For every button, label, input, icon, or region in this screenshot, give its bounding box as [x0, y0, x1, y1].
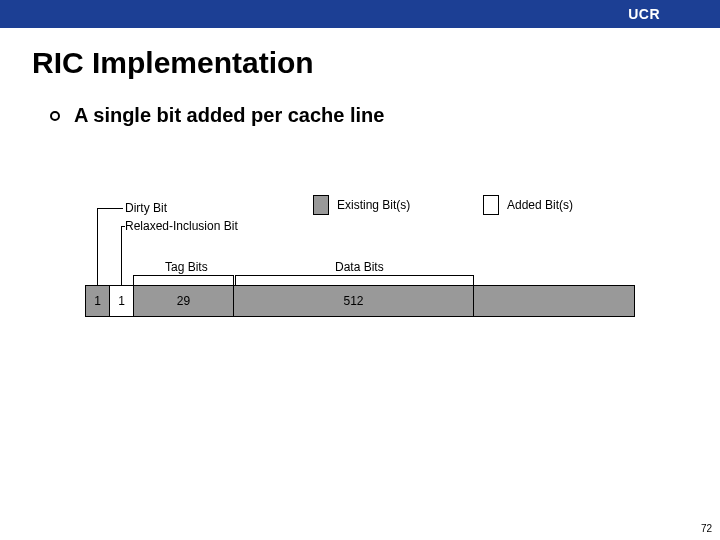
- tick-line: [133, 275, 233, 276]
- slide-title: RIC Implementation: [32, 46, 720, 80]
- cache-line-diagram: Existing Bit(s) Added Bit(s) Dirty Bit R…: [85, 195, 645, 335]
- tick-line: [235, 275, 236, 285]
- section-tag-label: Tag Bits: [165, 260, 208, 274]
- legend-existing-box: [313, 195, 329, 215]
- callout-dirty-bit: Dirty Bit: [125, 201, 167, 215]
- cell-dirty-bit: 1: [86, 286, 110, 316]
- legend-added-box: [483, 195, 499, 215]
- tick-line: [235, 275, 473, 276]
- legend-added-label: Added Bit(s): [507, 198, 573, 212]
- bullet-glyph: [50, 111, 60, 121]
- guide-line: [97, 208, 123, 209]
- tick-line: [133, 275, 134, 285]
- guide-line: [97, 208, 98, 285]
- bullet-text: A single bit added per cache line: [74, 104, 384, 127]
- guide-line: [121, 226, 122, 285]
- legend-existing-label: Existing Bit(s): [337, 198, 410, 212]
- cache-line-bar: 1 1 29 512: [85, 285, 635, 317]
- header-badge: UCR: [628, 6, 660, 22]
- header-bar: UCR: [0, 0, 720, 28]
- callout-ric-bit: Relaxed-Inclusion Bit: [125, 219, 238, 233]
- bullet-item: A single bit added per cache line: [50, 104, 720, 127]
- page-number: 72: [701, 523, 712, 534]
- cell-data-bits: 512: [234, 286, 474, 316]
- tick-line: [233, 275, 234, 285]
- cell-tag-bits: 29: [134, 286, 234, 316]
- cell-ric-bit: 1: [110, 286, 134, 316]
- cell-remainder: [474, 286, 634, 316]
- section-data-label: Data Bits: [335, 260, 384, 274]
- tick-line: [473, 275, 474, 285]
